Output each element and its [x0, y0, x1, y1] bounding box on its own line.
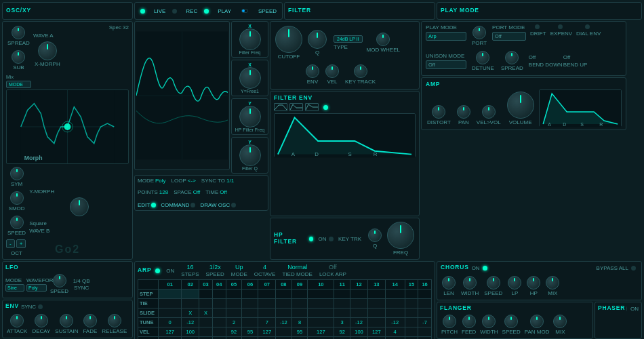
oct-minus[interactable]: - — [6, 239, 15, 248]
svg-text:D: D — [563, 122, 566, 127]
xmorph-knob[interactable] — [38, 41, 57, 60]
chorus-hp-knob[interactable] — [527, 276, 540, 290]
flanger-mix-group: MIX — [553, 315, 567, 335]
chorus-len-knob[interactable] — [442, 276, 456, 290]
pan-knob[interactable] — [457, 105, 470, 119]
hp-q-group: Q — [368, 228, 382, 249]
filter-title: FILTER — [288, 7, 311, 14]
unison-mode-val[interactable]: Off — [426, 60, 466, 69]
chorus-lp-knob[interactable] — [508, 276, 521, 290]
spread-knob[interactable] — [12, 26, 25, 39]
chorus-speed-group: SPEED — [484, 276, 502, 296]
filter-env-panel: FILTER ENV — [270, 91, 420, 216]
chorus-speed-knob[interactable] — [487, 276, 500, 290]
rec-led — [172, 9, 177, 14]
pan-group: PAN — [457, 105, 470, 125]
dialenv-led — [585, 24, 590, 29]
env-knob[interactable] — [306, 64, 319, 78]
attack-knob[interactable] — [10, 314, 24, 327]
hp-freq-group: FREQ — [387, 222, 414, 256]
lfo-speed-knob[interactable] — [53, 274, 66, 287]
port-knob[interactable] — [472, 26, 486, 39]
morph-display[interactable]: Morph — [6, 89, 129, 164]
decay-knob[interactable] — [35, 314, 48, 327]
decay-group: DECAY — [32, 314, 50, 334]
env-shape-1[interactable] — [274, 103, 287, 111]
modwheel-knob[interactable] — [376, 33, 390, 46]
mode-dropdown[interactable]: MODE — [6, 81, 31, 88]
amp-env-display: A D S R — [539, 89, 622, 127]
flanger-width-knob[interactable] — [482, 315, 496, 328]
svg-point-3 — [64, 123, 71, 130]
draw-osc-led — [231, 203, 236, 207]
lfo-waveform[interactable]: Poly — [26, 284, 47, 292]
volume-knob[interactable] — [507, 92, 534, 119]
wave-a-label: WAVE A — [33, 33, 129, 39]
filter-q-knob[interactable] — [239, 144, 261, 166]
y-free1-knob[interactable] — [239, 67, 261, 89]
release-knob[interactable] — [108, 314, 121, 327]
flanger-speed-knob[interactable] — [504, 315, 518, 328]
display-controls: MODE Poly LOOP <-> SYNC TO 1/1 POINTS 12… — [134, 175, 268, 211]
mix-label: Mix — [6, 75, 14, 79]
velvol-knob[interactable] — [482, 105, 496, 119]
flanger-speed-group: SPEED — [502, 315, 521, 335]
svg-text:Morph: Morph — [24, 155, 43, 161]
lfo-panel: LFO MODE Sine WAVEFORM Poly SPEED — [2, 261, 133, 298]
smod-knob[interactable] — [10, 191, 24, 205]
env-panel: ENV SYNC ATTACK DECAY SUSTAIN — [2, 300, 133, 338]
sustain-knob[interactable] — [60, 314, 73, 327]
flanger-mix-knob[interactable] — [553, 315, 567, 328]
arp-table: 0102030405060708 0910111213141516 STEPTI… — [138, 279, 432, 339]
filter-env-led — [323, 105, 328, 110]
distort-knob[interactable] — [432, 105, 445, 119]
play-mode-title: PLAY MODE — [441, 7, 479, 14]
vel-knob[interactable] — [325, 64, 339, 78]
lfo-mode[interactable]: Sine — [5, 284, 24, 292]
q-knob[interactable] — [308, 30, 327, 49]
cutoff-knob[interactable] — [275, 26, 302, 53]
command-led — [190, 203, 195, 207]
env-shape-2[interactable] — [289, 103, 303, 111]
ymorph-knob[interactable] — [70, 197, 89, 216]
chorus-mix-knob[interactable] — [546, 276, 559, 290]
hp-freq-knob[interactable] — [387, 222, 414, 249]
port-mode-val[interactable]: Off — [492, 32, 526, 41]
filter-freq-knob[interactable] — [239, 28, 261, 50]
sub-knob[interactable] — [12, 50, 25, 64]
arp-panel: ARP ON 16 STEPS 1/2x SPEED Up MODE 4 OCT — [134, 261, 435, 339]
play-mode-val[interactable]: Arp — [426, 32, 466, 41]
filter-panel: CUTOFF Q 24dB LP II TYPE MO — [270, 21, 420, 89]
detune-knob[interactable] — [476, 51, 489, 64]
hp-filter-keytrk-led — [329, 237, 334, 241]
filter-type[interactable]: 24dB LP II — [334, 35, 363, 43]
hp-filter-freq-knob[interactable] — [239, 106, 261, 127]
speed-knob[interactable] — [10, 216, 24, 229]
vel-group: VEL — [325, 64, 339, 85]
spread-pm-knob[interactable] — [505, 51, 519, 64]
volume-group: VOLUME — [507, 92, 534, 125]
waveform-panel — [134, 21, 230, 170]
phaser-on-led — [626, 306, 627, 311]
filter-q-xy: Y Filter Q — [231, 137, 268, 174]
flanger-pan-knob[interactable] — [530, 315, 544, 328]
fade-knob[interactable] — [83, 314, 97, 327]
live-led — [140, 9, 145, 14]
flanger-pitch-knob[interactable] — [443, 315, 456, 328]
osc-title: OSC/XY — [6, 7, 31, 14]
svg-text:S: S — [580, 122, 584, 127]
drift-led — [535, 24, 540, 29]
oct-plus[interactable]: + — [16, 239, 26, 248]
hp-q-knob[interactable] — [368, 228, 382, 242]
flanger-feed-knob[interactable] — [462, 315, 476, 328]
ymorph-group — [31, 197, 127, 216]
chorus-width-knob[interactable] — [463, 276, 477, 290]
wave-b-label: WAVE B — [29, 228, 129, 234]
env-shape-3[interactable] — [305, 103, 319, 111]
key-track-knob[interactable] — [354, 64, 367, 78]
sym-knob[interactable] — [10, 167, 24, 180]
hp-filter-on-led — [309, 237, 314, 241]
edit-led — [151, 203, 156, 207]
spread-knob-group: SPREAD — [7, 26, 30, 46]
attack-group: ATTACK — [7, 314, 27, 334]
